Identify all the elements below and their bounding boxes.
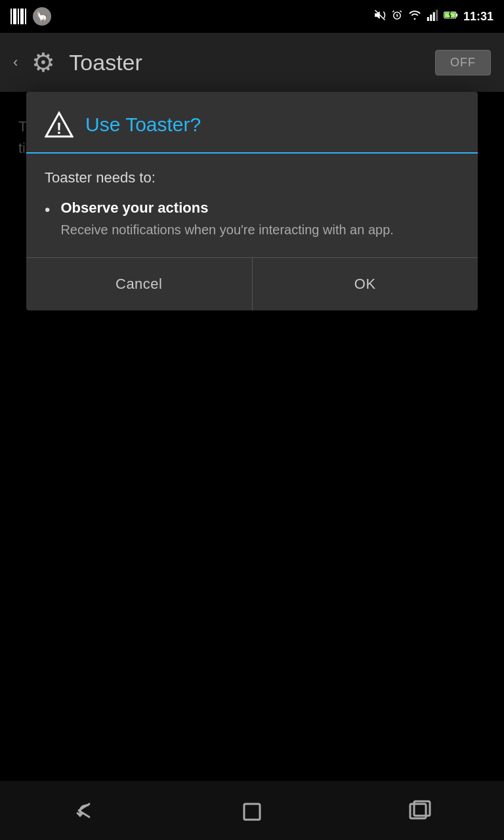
use-toaster-dialog: ! Use Toaster? Toaster needs to: • Obser… — [26, 92, 478, 310]
svg-line-3 — [400, 10, 401, 12]
permission-item: • Observe your actions Receive notificat… — [45, 200, 459, 239]
cancel-button[interactable]: Cancel — [26, 258, 253, 310]
back-arrow-icon[interactable]: ‹ — [13, 54, 18, 71]
llama-icon: 🦙 — [33, 7, 51, 26]
back-nav-icon[interactable] — [71, 797, 97, 824]
warning-triangle-icon: ! — [45, 110, 74, 139]
status-time: 11:31 — [463, 10, 494, 24]
dialog-body: Toaster needs to: • Observe your actions… — [26, 154, 478, 258]
barcode-icon — [10, 9, 26, 24]
signal-icon — [427, 9, 438, 24]
battery-icon — [444, 10, 458, 23]
permission-title: Observe your actions — [60, 200, 393, 217]
dialog-title-area: ! Use Toaster? — [26, 92, 478, 154]
app-header-left: ‹ ⚙ Toaster — [13, 47, 142, 77]
status-bar: 🦙 — [0, 0, 504, 33]
alarm-icon — [391, 9, 403, 24]
mute-icon — [374, 9, 386, 24]
svg-rect-9 — [456, 14, 457, 17]
app-title: Toaster — [69, 50, 142, 75]
svg-text:!: ! — [56, 119, 62, 137]
recent-nav-icon[interactable] — [407, 797, 433, 824]
svg-rect-6 — [433, 12, 435, 22]
dialog-title-text: Use Toaster? — [85, 114, 201, 136]
bullet-icon: • — [45, 201, 50, 219]
ok-button[interactable]: OK — [253, 258, 478, 310]
permission-text: Observe your actions Receive notificatio… — [60, 200, 393, 239]
navigation-bar — [0, 781, 504, 840]
svg-rect-16 — [244, 804, 260, 820]
dialog-buttons: Cancel OK — [26, 258, 478, 310]
status-left-icons: 🦙 — [10, 7, 51, 26]
svg-rect-7 — [436, 10, 438, 21]
dialog-needs-text: Toaster needs to: — [45, 169, 459, 186]
svg-rect-4 — [427, 17, 429, 21]
status-right-icons: 11:31 — [374, 9, 494, 24]
svg-line-2 — [392, 10, 394, 12]
gear-icon: ⚙ — [28, 47, 58, 77]
svg-rect-5 — [430, 14, 432, 21]
home-nav-icon[interactable] — [239, 797, 265, 824]
app-header: ‹ ⚙ Toaster OFF — [0, 33, 504, 92]
wifi-icon — [408, 9, 421, 24]
permission-description: Receive notifications when you're intera… — [60, 220, 393, 239]
toggle-off-button[interactable]: OFF — [435, 50, 491, 75]
